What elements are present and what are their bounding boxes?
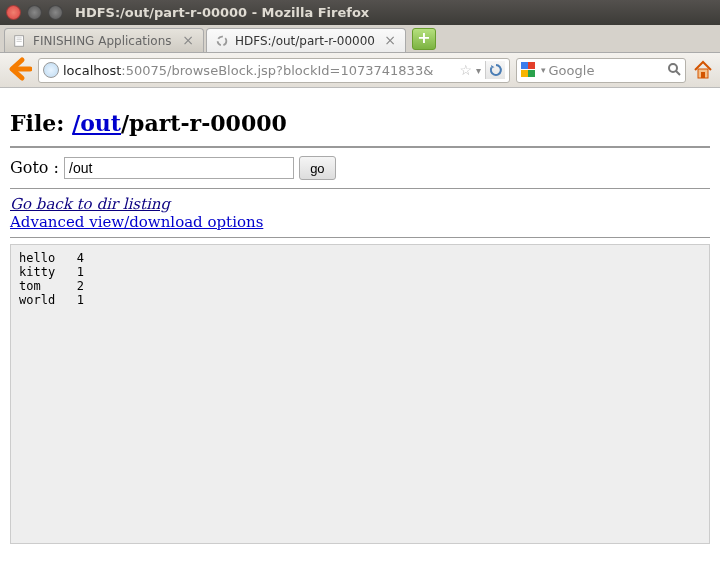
home-button[interactable] [692, 59, 714, 81]
tab-finishing-applications[interactable]: FINISHING Applications × [4, 28, 204, 52]
search-icon[interactable] [667, 62, 681, 79]
goto-row: Goto : go [10, 156, 710, 180]
window-maximize-button[interactable] [48, 5, 63, 20]
svg-rect-3 [17, 41, 22, 42]
loading-icon [215, 34, 229, 48]
advanced-view-link[interactable]: Advanced view/download options [10, 213, 263, 231]
svg-point-5 [669, 64, 677, 72]
svg-rect-2 [17, 39, 22, 40]
site-identity-icon[interactable] [43, 62, 59, 78]
tab-hdfs-file[interactable]: HDFS:/out/part-r-00000 × [206, 28, 406, 52]
svg-rect-1 [17, 37, 22, 38]
file-dir-link[interactable]: /out [72, 110, 121, 136]
window-titlebar: HDFS:/out/part-r-00000 - Mozilla Firefox [0, 0, 720, 25]
tab-label: HDFS:/out/part-r-00000 [235, 34, 383, 48]
window-title: HDFS:/out/part-r-00000 - Mozilla Firefox [75, 5, 369, 20]
file-heading: File: /out/part-r-00000 [10, 110, 710, 136]
url-dropdown-icon[interactable]: ▾ [476, 65, 481, 76]
window-minimize-button[interactable] [27, 5, 42, 20]
google-icon [521, 62, 537, 78]
goto-input[interactable] [64, 157, 294, 179]
tab-close-icon[interactable]: × [383, 34, 397, 48]
svg-rect-8 [701, 72, 705, 78]
search-placeholder: Google [549, 63, 667, 78]
page-icon [13, 34, 27, 48]
bookmark-star-icon[interactable]: ☆ [459, 62, 472, 78]
url-bar[interactable]: localhost:50075/browseBlock.jsp?blockId=… [38, 58, 510, 83]
links-block: Go back to dir listing Advanced view/dow… [10, 195, 710, 231]
url-text: localhost:50075/browseBlock.jsp?blockId=… [63, 63, 455, 78]
tab-close-icon[interactable]: × [181, 34, 195, 48]
new-tab-button[interactable]: + [412, 28, 436, 50]
tab-strip: FINISHING Applications × HDFS:/out/part-… [0, 25, 720, 53]
back-button[interactable] [6, 56, 32, 85]
search-dropdown-icon[interactable]: ▾ [541, 65, 546, 75]
svg-point-4 [218, 36, 227, 45]
divider [10, 188, 710, 189]
svg-line-6 [676, 71, 680, 75]
navigation-toolbar: localhost:50075/browseBlock.jsp?blockId=… [0, 53, 720, 88]
reload-button[interactable] [485, 61, 505, 79]
tab-label: FINISHING Applications [33, 34, 181, 48]
file-name: /part-r-00000 [121, 110, 287, 136]
file-label: File: [10, 110, 72, 136]
window-close-button[interactable] [6, 5, 21, 20]
go-button[interactable]: go [299, 156, 335, 180]
divider [10, 146, 710, 148]
back-to-dir-link[interactable]: Go back to dir listing [10, 195, 170, 213]
divider [10, 237, 710, 238]
goto-label: Goto : [10, 158, 64, 177]
search-bar[interactable]: ▾ Google [516, 58, 686, 83]
file-contents: hello 4 kitty 1 tom 2 world 1 [10, 244, 710, 544]
page-content: File: /out/part-r-00000 Goto : go Go bac… [0, 88, 720, 558]
